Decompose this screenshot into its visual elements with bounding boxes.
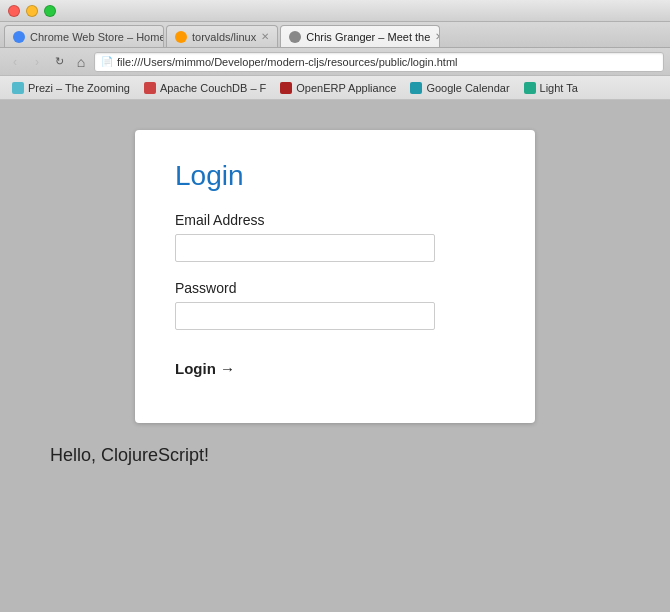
tab-granger[interactable]: Chris Granger – Meet the ✕ — [280, 25, 440, 47]
bookmark-favicon-erp — [280, 82, 292, 94]
password-label: Password — [175, 280, 495, 296]
email-label: Email Address — [175, 212, 495, 228]
login-button[interactable]: Login → — [175, 354, 235, 383]
address-bar: ‹ › ↻ ⌂ 📄 file:///Users/mimmo/Developer/… — [0, 48, 670, 76]
tab-label-granger: Chris Granger – Meet the — [306, 31, 430, 43]
tab-close-linux[interactable]: ✕ — [261, 31, 269, 42]
home-button[interactable]: ⌂ — [72, 53, 90, 71]
minimize-button[interactable] — [26, 5, 38, 17]
url-bar[interactable]: 📄 file:///Users/mimmo/Developer/modern-c… — [94, 52, 664, 72]
tab-chrome-store[interactable]: Chrome Web Store – Home ✕ — [4, 25, 164, 47]
url-icon: 📄 — [101, 56, 113, 67]
bookmark-label-prezi: Prezi – The Zooming — [28, 82, 130, 94]
window-buttons — [8, 5, 56, 17]
password-input[interactable] — [175, 302, 435, 330]
back-button[interactable]: ‹ — [6, 53, 24, 71]
tab-favicon-chrome — [13, 31, 25, 43]
maximize-button[interactable] — [44, 5, 56, 17]
page-content: Login Email Address Password Login → Hel… — [0, 100, 670, 612]
bookmark-favicon-light — [524, 82, 536, 94]
bookmark-light[interactable]: Light Ta — [518, 80, 584, 96]
forward-button[interactable]: › — [28, 53, 46, 71]
bookmark-calendar[interactable]: Google Calendar — [404, 80, 515, 96]
login-title: Login — [175, 160, 495, 192]
bookmarks-bar: Prezi – The Zooming Apache CouchDB – F O… — [0, 76, 670, 100]
tab-bar: Chrome Web Store – Home ✕ torvalds/linux… — [0, 22, 670, 48]
tab-label-linux: torvalds/linux — [192, 31, 256, 43]
bookmark-label-light: Light Ta — [540, 82, 578, 94]
email-input[interactable] — [175, 234, 435, 262]
bookmark-favicon-couch — [144, 82, 156, 94]
bookmark-erp[interactable]: OpenERP Appliance — [274, 80, 402, 96]
tab-label-chrome: Chrome Web Store – Home — [30, 31, 164, 43]
login-card: Login Email Address Password Login → — [135, 130, 535, 423]
tab-favicon-linux — [175, 31, 187, 43]
tab-linux[interactable]: torvalds/linux ✕ — [166, 25, 278, 47]
bookmark-couch[interactable]: Apache CouchDB – F — [138, 80, 272, 96]
close-button[interactable] — [8, 5, 20, 17]
tab-favicon-granger — [289, 31, 301, 43]
bookmark-favicon-prezi — [12, 82, 24, 94]
url-text: file:///Users/mimmo/Developer/modern-clj… — [117, 56, 458, 68]
bookmark-label-erp: OpenERP Appliance — [296, 82, 396, 94]
bookmark-favicon-calendar — [410, 82, 422, 94]
hello-text: Hello, ClojureScript! — [20, 445, 209, 466]
bookmark-label-couch: Apache CouchDB – F — [160, 82, 266, 94]
bookmark-label-calendar: Google Calendar — [426, 82, 509, 94]
reload-button[interactable]: ↻ — [50, 53, 68, 71]
title-bar — [0, 0, 670, 22]
tab-close-granger[interactable]: ✕ — [435, 31, 440, 42]
bookmark-prezi[interactable]: Prezi – The Zooming — [6, 80, 136, 96]
